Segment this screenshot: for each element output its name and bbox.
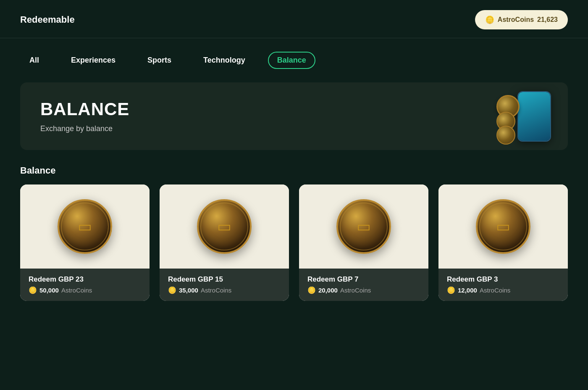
card-name-1: Redeem GBP 23 bbox=[29, 275, 141, 284]
price-coin-icon-4: 🪙 bbox=[447, 286, 455, 294]
reward-card-4[interactable]: ▭ Redeem GBP 3 🪙 12,000 AstroCoins bbox=[438, 184, 568, 301]
astrocoins-balance-button[interactable]: 🪙 AstroCoins 21,623 bbox=[475, 10, 568, 29]
card-name-3: Redeem GBP 7 bbox=[307, 275, 420, 284]
card-info-2: Redeem GBP 15 🪙 35,000 AstroCoins bbox=[160, 269, 289, 301]
card-info-3: Redeem GBP 7 🪙 20,000 AstroCoins bbox=[299, 269, 428, 301]
wallet-icon-3: ▭ bbox=[357, 218, 371, 235]
price-currency-4: AstroCoins bbox=[480, 287, 510, 294]
hero-subtitle: Exchange by balance bbox=[40, 124, 548, 133]
card-info-4: Redeem GBP 3 🪙 12,000 AstroCoins bbox=[438, 269, 568, 301]
card-image-4: ▭ bbox=[438, 184, 568, 269]
filter-tabs: All Experiences Sports Technology Balanc… bbox=[0, 38, 588, 82]
price-currency-3: AstroCoins bbox=[340, 287, 371, 294]
hero-title: BALANCE bbox=[40, 99, 548, 119]
price-amount-4: 12,000 bbox=[458, 287, 477, 294]
card-info-1: Redeem GBP 23 🪙 50,000 AstroCoins bbox=[20, 269, 150, 301]
phone-screen bbox=[518, 92, 550, 141]
wallet-icon-1: ▭ bbox=[78, 218, 92, 235]
astrocoins-label: AstroCoins bbox=[498, 16, 534, 24]
coin-medal-4: ▭ bbox=[476, 199, 530, 254]
card-price-4: 🪙 12,000 AstroCoins bbox=[447, 286, 559, 294]
cards-grid: ▭ Redeem GBP 23 🪙 50,000 AstroCoins ▭ Re… bbox=[0, 184, 588, 321]
price-coin-icon-3: 🪙 bbox=[307, 286, 316, 294]
astrocoins-value: 21,623 bbox=[537, 16, 558, 24]
wallet-icon-4: ▭ bbox=[496, 218, 510, 235]
wallet-icon-2: ▭ bbox=[217, 218, 231, 235]
phone-shape bbox=[517, 91, 551, 142]
price-currency-1: AstroCoins bbox=[61, 287, 92, 294]
price-amount-3: 20,000 bbox=[318, 287, 338, 294]
coin-visual-3 bbox=[496, 126, 515, 145]
coin-medal-3: ▭ bbox=[336, 199, 391, 254]
price-amount-2: 35,000 bbox=[179, 287, 198, 294]
tab-technology[interactable]: Technology bbox=[194, 52, 255, 69]
reward-card-2[interactable]: ▭ Redeem GBP 15 🪙 35,000 AstroCoins bbox=[160, 184, 289, 301]
card-image-3: ▭ bbox=[299, 184, 428, 269]
card-price-3: 🪙 20,000 AstroCoins bbox=[307, 286, 420, 294]
price-coin-icon-1: 🪙 bbox=[29, 286, 37, 294]
card-price-1: 🪙 50,000 AstroCoins bbox=[29, 286, 141, 294]
phone-coins-visual bbox=[496, 89, 555, 144]
card-name-4: Redeem GBP 3 bbox=[447, 275, 559, 284]
tab-sports[interactable]: Sports bbox=[138, 52, 181, 69]
price-coin-icon-2: 🪙 bbox=[168, 286, 176, 294]
card-image-1: ▭ bbox=[20, 184, 150, 269]
coin-stack bbox=[496, 95, 520, 140]
coin-icon: 🪙 bbox=[485, 15, 494, 24]
page-title: Redeemable bbox=[20, 14, 75, 25]
hero-image bbox=[492, 87, 559, 146]
price-currency-2: AstroCoins bbox=[201, 287, 231, 294]
price-amount-1: 50,000 bbox=[39, 287, 59, 294]
card-price-2: 🪙 35,000 AstroCoins bbox=[168, 286, 281, 294]
card-name-2: Redeem GBP 15 bbox=[168, 275, 281, 284]
tab-balance[interactable]: Balance bbox=[268, 52, 315, 69]
card-image-2: ▭ bbox=[160, 184, 289, 269]
tab-experiences[interactable]: Experiences bbox=[62, 52, 125, 69]
coin-medal-2: ▭ bbox=[197, 199, 252, 254]
coin-medal-1: ▭ bbox=[58, 199, 112, 254]
reward-card-3[interactable]: ▭ Redeem GBP 7 🪙 20,000 AstroCoins bbox=[299, 184, 428, 301]
tab-all[interactable]: All bbox=[20, 52, 48, 69]
reward-card-1[interactable]: ▭ Redeem GBP 23 🪙 50,000 AstroCoins bbox=[20, 184, 150, 301]
top-bar: Redeemable 🪙 AstroCoins 21,623 bbox=[0, 0, 588, 38]
section-title: Balance bbox=[0, 150, 588, 184]
hero-banner: BALANCE Exchange by balance bbox=[20, 82, 568, 150]
